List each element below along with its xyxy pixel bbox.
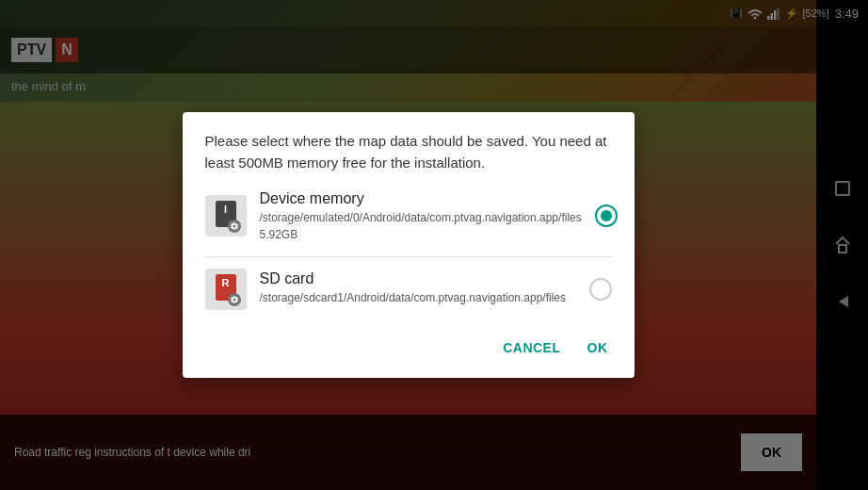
sdcard-path: /storage/sdcard1/Android/data/com.ptvag.… [260,290,576,306]
sdcard-radio[interactable] [589,278,612,301]
cancel-button[interactable]: CANCEL [499,333,564,363]
sdcard-info: SD card /storage/sdcard1/Android/data/co… [260,270,576,308]
ok-button[interactable]: OK [584,333,612,363]
sdcard-option[interactable]: R SD card /storage/sdcard1/Android/data/… [205,269,612,310]
device-memory-size: 5.92GB [260,228,582,241]
device-memory-path: /storage/emulated/0/Android/data/com.ptv… [260,210,582,226]
dialog-overlay: Please select where the map data should … [0,0,868,490]
dialog-actions: CANCEL OK [205,325,612,363]
device-memory-title: Device memory [260,190,582,207]
dialog-message: Please select where the map data should … [205,131,612,173]
device-memory-option[interactable]: I Device memory /storage/emulated/0/Andr… [205,190,612,241]
storage-dialog: Please select where the map data should … [183,112,635,378]
sdcard-icon: R [205,269,247,310]
sdcard-title: SD card [260,270,576,287]
device-memory-radio[interactable] [595,204,618,227]
option-divider [205,256,612,257]
device-memory-icon: I [205,195,247,237]
device-memory-info: Device memory /storage/emulated/0/Androi… [260,190,582,241]
